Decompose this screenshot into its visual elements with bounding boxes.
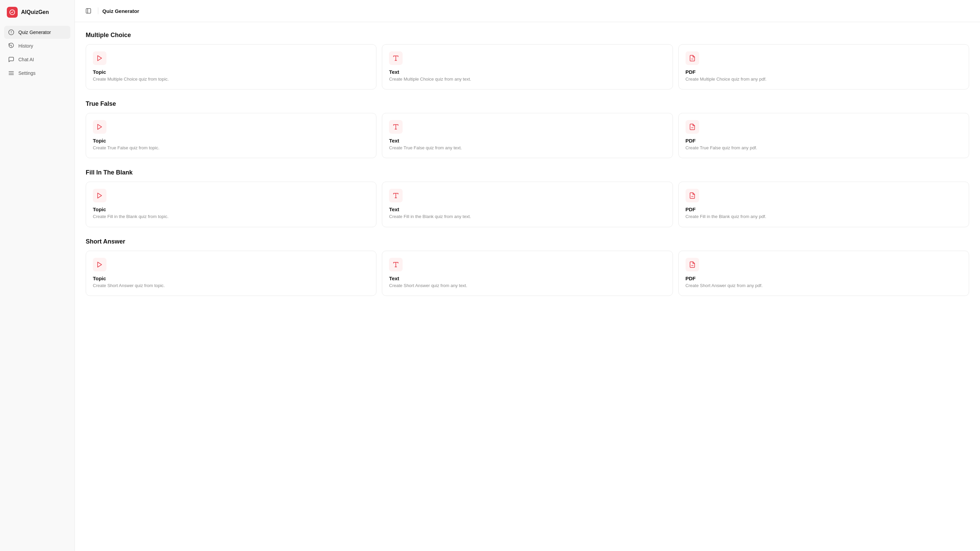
card-desc-tf-text: Create True False quiz from any text. bbox=[389, 145, 665, 151]
card-icon-fitb-pdf bbox=[686, 189, 699, 202]
app-logo: AIQuizGen bbox=[0, 0, 75, 26]
logo-svg bbox=[9, 9, 15, 15]
sidebar-item-settings[interactable]: Settings bbox=[4, 67, 70, 80]
card-sa-text[interactable]: TextCreate Short Answer quiz from any te… bbox=[382, 251, 673, 296]
sidebar-item-chat-ai[interactable]: Chat AI bbox=[4, 53, 70, 66]
logo-icon bbox=[7, 7, 18, 18]
settings-icon bbox=[8, 70, 14, 76]
main-content: Quiz Generator Multiple Choice TopicCrea… bbox=[75, 0, 980, 551]
card-title-tf-topic: Topic bbox=[93, 138, 369, 143]
card-tf-pdf[interactable]: PDFCreate True False quiz from any pdf. bbox=[678, 113, 969, 158]
sidebar-item-history[interactable]: History bbox=[4, 40, 70, 53]
card-fitb-pdf[interactable]: PDFCreate Fill in the Blank quiz from an… bbox=[678, 182, 969, 227]
card-fitb-topic[interactable]: TopicCreate Fill in the Blank quiz from … bbox=[86, 182, 376, 227]
topic-svg bbox=[96, 261, 103, 268]
card-desc-fitb-pdf: Create Fill in the Blank quiz from any p… bbox=[686, 213, 962, 220]
card-mc-topic[interactable]: TopicCreate Multiple Choice quiz from to… bbox=[86, 44, 376, 89]
card-desc-mc-topic: Create Multiple Choice quiz from topic. bbox=[93, 76, 369, 82]
header-divider bbox=[98, 8, 98, 14]
card-icon-sa-pdf bbox=[686, 258, 699, 271]
card-title-fitb-pdf: PDF bbox=[686, 207, 962, 212]
card-title-fitb-text: Text bbox=[389, 207, 665, 212]
sidebar-nav: Quiz Generator History Chat AI bbox=[0, 26, 75, 80]
card-icon-tf-text bbox=[389, 120, 402, 134]
sidebar-toggle-button[interactable] bbox=[83, 5, 94, 16]
card-title-sa-topic: Topic bbox=[93, 276, 369, 281]
card-icon-sa-topic bbox=[93, 258, 107, 271]
card-mc-text[interactable]: TextCreate Multiple Choice quiz from any… bbox=[382, 44, 673, 89]
content-area: Multiple Choice TopicCreate Multiple Cho… bbox=[75, 22, 980, 551]
card-fitb-text[interactable]: TextCreate Fill in the Blank quiz from a… bbox=[382, 182, 673, 227]
card-icon-sa-text bbox=[389, 258, 402, 271]
text-svg bbox=[392, 123, 399, 130]
card-tf-text[interactable]: TextCreate True False quiz from any text… bbox=[382, 113, 673, 158]
svg-rect-5 bbox=[86, 8, 91, 13]
svg-marker-19 bbox=[98, 262, 102, 267]
quiz-generator-icon bbox=[8, 29, 14, 35]
card-title-tf-text: Text bbox=[389, 138, 665, 143]
cards-grid-multiple-choice: TopicCreate Multiple Choice quiz from to… bbox=[86, 44, 969, 89]
cards-grid-true-false: TopicCreate True False quiz from topic. … bbox=[86, 113, 969, 158]
card-sa-topic[interactable]: TopicCreate Short Answer quiz from topic… bbox=[86, 251, 376, 296]
chat-ai-icon bbox=[8, 56, 14, 62]
sidebar-item-quiz-generator[interactable]: Quiz Generator bbox=[4, 26, 70, 39]
card-desc-fitb-text: Create Fill in the Blank quiz from any t… bbox=[389, 213, 665, 220]
card-desc-mc-text: Create Multiple Choice quiz from any tex… bbox=[389, 76, 665, 82]
card-icon-tf-topic bbox=[93, 120, 107, 134]
text-svg bbox=[392, 261, 399, 268]
pdf-svg bbox=[689, 55, 696, 62]
svg-marker-7 bbox=[98, 56, 102, 61]
cards-grid-short-answer: TopicCreate Short Answer quiz from topic… bbox=[86, 251, 969, 296]
card-icon-mc-pdf bbox=[686, 51, 699, 65]
section-true-false: True False TopicCreate True False quiz f… bbox=[86, 100, 969, 158]
sidebar: AIQuizGen Quiz Generator History bbox=[0, 0, 75, 551]
card-desc-tf-pdf: Create True False quiz from any pdf. bbox=[686, 145, 962, 151]
card-desc-mc-pdf: Create Multiple Choice quiz from any pdf… bbox=[686, 76, 962, 82]
section-title-true-false: True False bbox=[86, 100, 969, 107]
card-title-mc-text: Text bbox=[389, 69, 665, 75]
card-icon-fitb-topic bbox=[93, 189, 107, 202]
section-multiple-choice: Multiple Choice TopicCreate Multiple Cho… bbox=[86, 32, 969, 89]
card-title-sa-text: Text bbox=[389, 276, 665, 281]
card-desc-sa-topic: Create Short Answer quiz from topic. bbox=[93, 283, 369, 289]
card-icon-mc-text bbox=[389, 51, 402, 65]
card-title-tf-pdf: PDF bbox=[686, 138, 962, 143]
topic-svg bbox=[96, 123, 103, 130]
section-title-fill-in-the-blank: Fill In The Blank bbox=[86, 169, 969, 176]
section-fill-in-the-blank: Fill In The Blank TopicCreate Fill in th… bbox=[86, 169, 969, 227]
sidebar-item-label-settings: Settings bbox=[18, 70, 36, 76]
page-header: Quiz Generator bbox=[75, 0, 980, 22]
svg-marker-11 bbox=[98, 124, 102, 130]
text-svg bbox=[392, 192, 399, 199]
card-desc-tf-topic: Create True False quiz from topic. bbox=[93, 145, 369, 151]
page-title: Quiz Generator bbox=[102, 8, 139, 14]
text-svg bbox=[392, 55, 399, 62]
sidebar-item-label-history: History bbox=[18, 43, 33, 49]
card-desc-sa-text: Create Short Answer quiz from any text. bbox=[389, 283, 665, 289]
card-tf-topic[interactable]: TopicCreate True False quiz from topic. bbox=[86, 113, 376, 158]
topic-svg bbox=[96, 55, 103, 62]
app-name: AIQuizGen bbox=[21, 9, 49, 15]
pdf-svg bbox=[689, 123, 696, 130]
card-mc-pdf[interactable]: PDFCreate Multiple Choice quiz from any … bbox=[678, 44, 969, 89]
card-sa-pdf[interactable]: PDFCreate Short Answer quiz from any pdf… bbox=[678, 251, 969, 296]
card-title-sa-pdf: PDF bbox=[686, 276, 962, 281]
pdf-svg bbox=[689, 261, 696, 268]
pdf-svg bbox=[689, 192, 696, 199]
topic-svg bbox=[96, 192, 103, 199]
history-icon bbox=[8, 43, 14, 49]
section-title-multiple-choice: Multiple Choice bbox=[86, 32, 969, 39]
section-title-short-answer: Short Answer bbox=[86, 238, 969, 245]
card-icon-mc-topic bbox=[93, 51, 107, 65]
sidebar-toggle-icon bbox=[85, 8, 91, 14]
sidebar-item-label-quiz-generator: Quiz Generator bbox=[18, 30, 51, 35]
card-title-fitb-topic: Topic bbox=[93, 207, 369, 212]
svg-marker-15 bbox=[98, 193, 102, 198]
card-title-mc-pdf: PDF bbox=[686, 69, 962, 75]
section-short-answer: Short Answer TopicCreate Short Answer qu… bbox=[86, 238, 969, 296]
card-desc-sa-pdf: Create Short Answer quiz from any pdf. bbox=[686, 283, 962, 289]
card-desc-fitb-topic: Create Fill in the Blank quiz from topic… bbox=[93, 213, 369, 220]
card-title-mc-topic: Topic bbox=[93, 69, 369, 75]
card-icon-tf-pdf bbox=[686, 120, 699, 134]
card-icon-fitb-text bbox=[389, 189, 402, 202]
